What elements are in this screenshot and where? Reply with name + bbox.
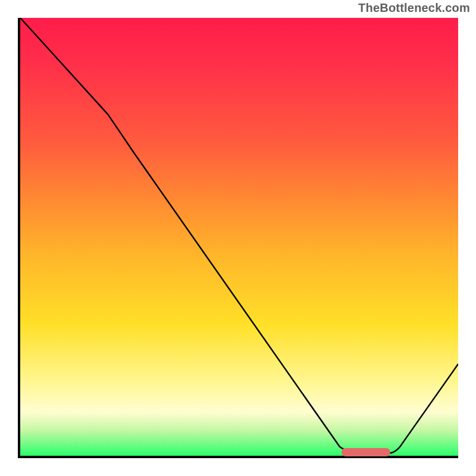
chart-container: TheBottleneck.com — [0, 0, 476, 476]
attribution-label: TheBottleneck.com — [358, 1, 470, 15]
bottleneck-curve — [20, 18, 458, 456]
plot-area — [18, 18, 458, 458]
optimum-marker — [342, 448, 390, 456]
curve-path — [20, 18, 458, 453]
